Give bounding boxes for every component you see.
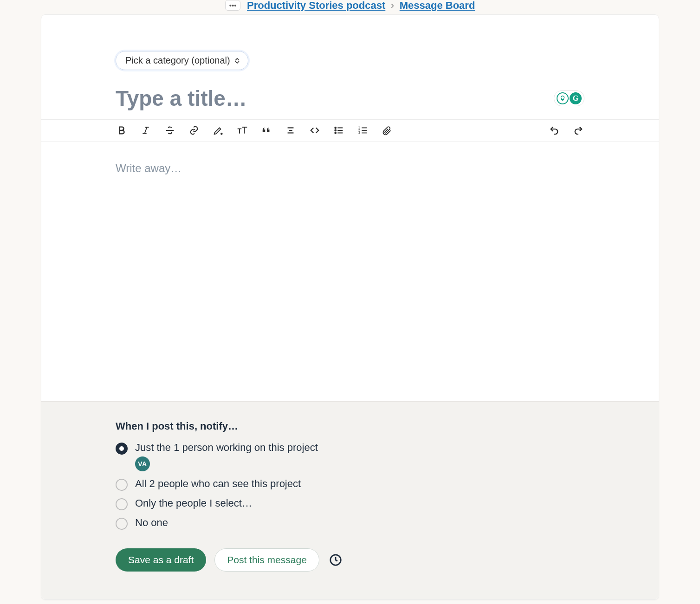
italic-button[interactable]	[140, 124, 152, 136]
save-draft-button[interactable]: Save as a draft	[116, 548, 206, 572]
editor-toolbar: 123	[41, 119, 659, 141]
link-button[interactable]	[188, 124, 200, 136]
svg-point-12	[335, 132, 336, 134]
notify-label-all-people: All 2 people who can see this project	[135, 478, 301, 490]
notify-label-just-working: Just the 1 person working on this projec…	[135, 442, 318, 454]
notify-label-no-one: No one	[135, 517, 168, 529]
svg-line-2	[145, 127, 147, 133]
clock-icon	[329, 553, 343, 567]
svg-text:3: 3	[358, 131, 360, 134]
editor-body[interactable]	[41, 141, 659, 401]
code-button[interactable]	[309, 124, 321, 136]
grammarly-icon: G	[570, 92, 582, 104]
breadcrumb: ••• Productivity Stories podcast › Messa…	[41, 0, 659, 14]
notify-radio-no-one[interactable]	[116, 518, 128, 530]
bold-button[interactable]	[116, 124, 128, 136]
post-message-button[interactable]: Post this message	[214, 548, 319, 572]
breadcrumb-chip[interactable]: •••	[225, 0, 241, 11]
title-input[interactable]	[116, 86, 554, 111]
bullet-list-button[interactable]	[333, 124, 345, 136]
bulb-icon	[557, 92, 569, 104]
align-button[interactable]	[285, 124, 297, 136]
sort-icon	[235, 58, 240, 64]
svg-point-4	[221, 133, 222, 135]
undo-button[interactable]	[548, 124, 560, 136]
redo-button[interactable]	[572, 124, 584, 136]
message-composer-card: Pick a category (optional) G	[41, 14, 659, 600]
breadcrumb-separator: ›	[391, 0, 394, 11]
schedule-button[interactable]	[328, 552, 344, 568]
breadcrumb-section-link[interactable]: Message Board	[400, 0, 475, 11]
notify-radio-just-working[interactable]	[116, 443, 128, 455]
text-size-button[interactable]	[236, 124, 248, 136]
numbered-list-button[interactable]: 123	[357, 124, 369, 136]
notify-radio-all-people[interactable]	[116, 479, 128, 491]
svg-point-10	[335, 130, 336, 131]
notify-label-only-select: Only the people I select…	[135, 497, 252, 509]
notify-heading: When I post this, notify…	[116, 420, 584, 432]
avatar[interactable]: VA	[135, 456, 150, 471]
notify-section: When I post this, notify… Just the 1 per…	[41, 401, 659, 599]
strikethrough-button[interactable]	[164, 124, 176, 136]
category-picker[interactable]: Pick a category (optional)	[116, 51, 248, 70]
grammarly-badge[interactable]: G	[554, 90, 584, 106]
highlight-button[interactable]	[212, 124, 224, 136]
quote-button[interactable]	[260, 124, 272, 136]
attachment-button[interactable]	[381, 124, 393, 136]
category-picker-label: Pick a category (optional)	[125, 55, 230, 66]
breadcrumb-project-link[interactable]: Productivity Stories podcast	[247, 0, 385, 11]
notify-radio-only-select[interactable]	[116, 498, 128, 510]
svg-point-8	[335, 127, 336, 129]
body-input[interactable]	[116, 162, 584, 175]
